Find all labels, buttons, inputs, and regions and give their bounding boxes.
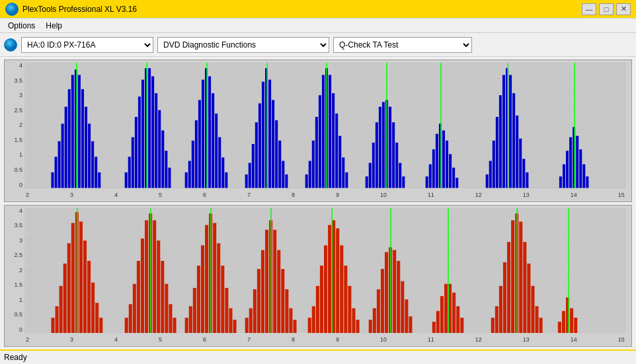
menu-options[interactable]: Options	[3, 20, 40, 32]
svg-rect-33	[151, 76, 154, 188]
svg-rect-210	[373, 308, 376, 333]
drive-select[interactable]: HA:0 ID:0 PX-716A	[21, 37, 153, 53]
svg-rect-185	[261, 250, 264, 333]
close-button[interactable]: ✕	[616, 3, 631, 15]
svg-rect-107	[489, 161, 492, 188]
bottom-chart-x-axis: 2 3 4 5 6 7 8 9 10 11 12 13 14 15	[24, 333, 626, 346]
svg-rect-226	[452, 293, 456, 333]
svg-rect-186	[265, 229, 268, 333]
minimize-button[interactable]: —	[582, 3, 596, 15]
svg-rect-111	[502, 75, 505, 188]
svg-rect-80	[345, 172, 348, 188]
svg-rect-128	[586, 176, 588, 188]
svg-rect-64	[278, 141, 281, 188]
svg-rect-151	[99, 317, 102, 333]
svg-rect-19	[85, 107, 87, 188]
svg-rect-62	[272, 100, 274, 188]
svg-rect-41	[188, 161, 191, 188]
svg-rect-66	[285, 174, 288, 188]
svg-rect-22	[95, 157, 97, 188]
svg-rect-122	[566, 151, 569, 188]
title-bar-left: PlexTools Professional XL V3.16	[5, 3, 137, 16]
svg-rect-234	[507, 242, 510, 333]
svg-rect-90	[392, 122, 395, 188]
svg-rect-245	[562, 310, 565, 333]
svg-rect-199	[324, 245, 327, 333]
svg-rect-143	[67, 243, 71, 333]
svg-rect-84	[372, 143, 375, 188]
svg-rect-65	[282, 161, 284, 188]
svg-rect-244	[558, 322, 561, 333]
svg-rect-165	[173, 317, 176, 333]
svg-rect-72	[319, 95, 321, 188]
svg-rect-172	[205, 225, 208, 333]
svg-rect-75	[329, 75, 331, 188]
svg-rect-116	[519, 139, 522, 188]
bottom-chart: 0 0.5 1 1.5 2 2.5 3 3.5 4	[4, 205, 632, 347]
svg-rect-49	[215, 114, 218, 188]
main-content: 0 0.5 1 1.5 2 2.5 3 3.5 4	[0, 57, 636, 349]
svg-rect-171	[201, 245, 204, 333]
svg-rect-190	[281, 269, 284, 333]
function-select[interactable]: DVD Diagnostic Functions	[157, 37, 329, 53]
svg-rect-213	[385, 252, 388, 333]
svg-rect-183	[253, 289, 257, 333]
svg-rect-163	[165, 283, 168, 333]
svg-rect-189	[277, 250, 280, 333]
svg-rect-25	[125, 172, 128, 188]
svg-rect-203	[340, 245, 343, 333]
svg-rect-87	[382, 102, 385, 188]
svg-rect-175	[217, 243, 220, 333]
svg-rect-139	[51, 317, 54, 333]
maximize-button[interactable]: □	[599, 3, 614, 15]
svg-rect-106	[486, 174, 489, 188]
svg-rect-13	[65, 107, 67, 188]
top-chart: 0 0.5 1 1.5 2 2.5 3 3.5 4	[4, 59, 632, 202]
top-chart-svg	[24, 63, 626, 188]
status-bar: Ready	[0, 349, 636, 364]
svg-rect-118	[526, 172, 528, 188]
svg-rect-26	[128, 157, 131, 188]
svg-rect-154	[129, 304, 132, 333]
svg-rect-83	[369, 163, 372, 188]
svg-rect-58	[258, 103, 261, 188]
bottom-chart-y-axis: 0 0.5 1 1.5 2 2.5 3 3.5 4	[5, 208, 24, 334]
svg-rect-167	[185, 317, 188, 333]
svg-rect-170	[197, 266, 200, 333]
svg-rect-222	[436, 310, 440, 333]
bottom-chart-inner	[24, 208, 626, 334]
svg-rect-238	[523, 242, 526, 333]
svg-rect-17	[78, 75, 81, 188]
svg-rect-205	[348, 285, 351, 333]
svg-rect-223	[440, 296, 444, 333]
svg-rect-193	[293, 320, 296, 333]
svg-rect-240	[531, 285, 534, 333]
svg-rect-160	[153, 220, 156, 333]
svg-rect-148	[87, 260, 91, 333]
test-select[interactable]: Q-Check TA Test	[333, 37, 472, 53]
svg-rect-191	[285, 289, 288, 333]
svg-rect-230	[491, 317, 495, 333]
svg-rect-18	[81, 89, 84, 188]
svg-rect-216	[397, 260, 400, 333]
svg-rect-178	[229, 308, 232, 333]
svg-rect-92	[399, 163, 401, 188]
svg-rect-12	[61, 124, 64, 188]
svg-rect-77	[335, 114, 338, 188]
svg-rect-42	[192, 141, 194, 188]
svg-rect-69	[309, 161, 311, 188]
svg-rect-239	[527, 263, 530, 333]
svg-rect-127	[582, 164, 585, 188]
top-chart-inner	[24, 63, 626, 188]
svg-rect-184	[257, 269, 260, 333]
svg-rect-34	[155, 93, 157, 188]
svg-rect-121	[563, 164, 565, 188]
svg-rect-247	[570, 308, 573, 333]
svg-rect-209	[369, 320, 372, 333]
menu-help[interactable]: Help	[40, 20, 67, 32]
svg-rect-123	[569, 137, 572, 188]
svg-rect-100	[442, 130, 445, 188]
svg-rect-30	[141, 80, 144, 188]
svg-rect-57	[255, 122, 258, 188]
svg-rect-204	[344, 266, 347, 333]
